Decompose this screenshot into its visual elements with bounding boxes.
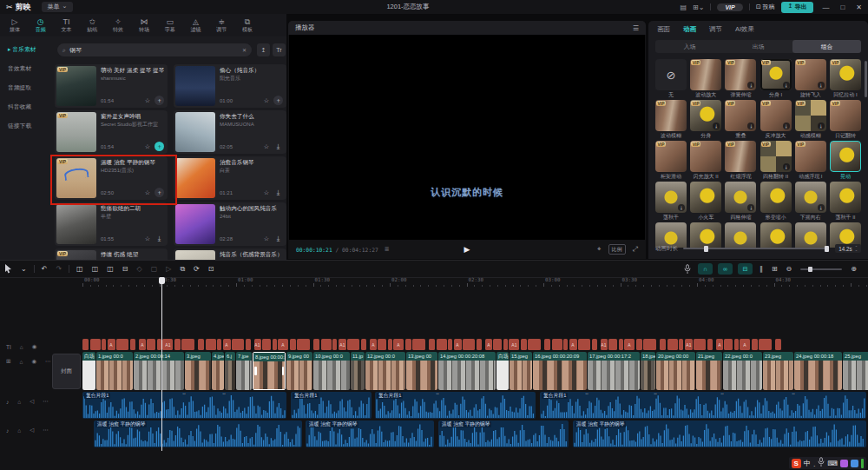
add-music-button[interactable]: ＋ xyxy=(155,188,164,197)
transition-marker[interactable]: ↔ xyxy=(311,390,315,395)
select-tool-caret-icon[interactable]: ⌄ xyxy=(21,265,27,273)
video-clip[interactable]: 10.jpeg 00:0 xyxy=(313,352,350,390)
text-clip[interactable] xyxy=(679,339,683,350)
text-clip[interactable]: A1 xyxy=(254,339,261,350)
video-clip[interactable]: 22.jpeg 00:0 xyxy=(723,352,762,390)
music-item[interactable]: VIP窗外是女声吟唱Secret Studio影视工作室01:54☆＋ xyxy=(55,110,168,154)
timeline-zoom-slider[interactable] xyxy=(800,268,842,270)
tab-字幕[interactable]: ▭字幕 xyxy=(157,14,183,36)
text-clip[interactable] xyxy=(361,339,366,350)
text-clip[interactable] xyxy=(347,339,359,350)
text-clip[interactable]: A xyxy=(370,339,377,350)
download-icon[interactable]: ⤓ xyxy=(273,188,283,197)
audio-clip[interactable]: 温暖 治愈 平静的钢琴 xyxy=(94,420,302,447)
play-button[interactable]: ▶ xyxy=(464,245,470,254)
minimize-button[interactable]: — xyxy=(819,3,832,11)
tab-调节[interactable]: ≑调节 xyxy=(208,14,234,36)
focus-icon[interactable]: ⌖ xyxy=(597,245,602,254)
effect-tile-小火车[interactable]: 小火车 xyxy=(690,182,721,222)
tab-贴纸[interactable]: ✩贴纸 xyxy=(79,14,105,36)
sidebar-item-链接下载[interactable]: 链接下载 xyxy=(0,116,52,136)
text-clip[interactable] xyxy=(116,339,128,350)
text-clip[interactable] xyxy=(321,339,332,350)
text-clip[interactable]: A xyxy=(393,339,404,350)
text-clip[interactable] xyxy=(147,339,155,350)
text-clip[interactable] xyxy=(775,339,781,350)
video-clip[interactable]: 15.jpeg xyxy=(510,352,532,390)
video-clip[interactable]: 3.jpeg xyxy=(185,352,211,390)
text-clip[interactable] xyxy=(198,339,204,350)
timeline-zoom-out-icon[interactable]: ⊖ xyxy=(786,265,792,273)
player-menu-icon[interactable]: ☰ xyxy=(633,24,639,32)
star-icon[interactable]: ☆ xyxy=(145,143,150,150)
text-clip[interactable] xyxy=(157,339,161,350)
text-clip[interactable] xyxy=(578,339,590,350)
sidebar-item-音乐素材[interactable]: ▸ 音乐素材 xyxy=(0,40,52,59)
star-icon[interactable]: ☆ xyxy=(145,235,150,242)
text-clip[interactable] xyxy=(694,339,706,350)
text-clip[interactable] xyxy=(734,339,739,350)
timeline-ruler[interactable]: 00:0000:3001:0001:3002:0002:3003:0003:30… xyxy=(0,277,868,287)
delete-icon[interactable]: ⊟ xyxy=(122,265,128,273)
fold-tracks-icon[interactable]: ⊞ xyxy=(772,265,778,273)
transition-marker[interactable]: ↔ xyxy=(720,390,725,395)
music-item[interactable]: 触动内心的国风纯音乐24bit02:28☆⤓ xyxy=(174,202,286,246)
text-clip[interactable] xyxy=(246,339,251,350)
star-icon[interactable]: ☆ xyxy=(145,97,150,104)
vip-badge[interactable]: VIP xyxy=(717,3,742,11)
text-clip[interactable]: A1 xyxy=(685,339,693,350)
magnet-toggle-icon[interactable]: ∩ xyxy=(698,263,713,275)
duration-slider-thumb[interactable] xyxy=(704,246,708,252)
duration-value[interactable]: 14.2s⌃⌄ xyxy=(835,244,861,253)
text-clip[interactable] xyxy=(477,339,482,350)
video-clip[interactable]: 13.jpeg 00 xyxy=(406,352,437,390)
rotate-icon[interactable]: ⟳ xyxy=(194,265,200,273)
transition-marker[interactable]: ↔ xyxy=(792,390,796,395)
tab-AI效果[interactable]: AI效果 xyxy=(735,25,754,38)
linkage-toggle-icon[interactable]: ∞ xyxy=(718,263,733,275)
split-icon[interactable]: ◫ xyxy=(76,265,83,273)
text-clip[interactable] xyxy=(206,339,216,350)
transition-marker[interactable]: ↔ xyxy=(585,390,589,395)
text-clip[interactable] xyxy=(608,339,617,350)
split-adjust-icon[interactable]: ∥ xyxy=(760,265,763,273)
microphone-icon[interactable] xyxy=(818,457,825,469)
effect-tile-弹簧伸缩[interactable]: VIP⤓弹簧伸缩 xyxy=(725,59,756,99)
transition-marker[interactable]: ↔ xyxy=(654,390,658,395)
text-clip[interactable] xyxy=(724,339,733,350)
stepper-icons[interactable]: ⌃⌄ xyxy=(855,246,858,252)
audio-clip[interactable]: 温暖 治愈 平静的钢琴 xyxy=(438,420,569,447)
tab-模板[interactable]: ⧉模板 xyxy=(234,14,260,36)
music-item[interactable]: 治愈音乐钢琴白茶01:21☆⤓ xyxy=(174,156,286,200)
crop-icon[interactable]: ⊡ xyxy=(208,265,214,273)
tab-音频[interactable]: ◷音频 xyxy=(28,14,54,36)
effect-tile-反冲放大[interactable]: VIP⤓反冲放大 xyxy=(760,100,792,140)
text-clip[interactable] xyxy=(619,339,623,350)
text-clip[interactable] xyxy=(759,339,772,350)
video-clip[interactable]: 14.jpeg 00:00:20:08 xyxy=(438,352,496,390)
device-icon[interactable]: ▤ xyxy=(680,3,687,11)
text-clip[interactable]: A xyxy=(485,339,492,350)
text-clip[interactable]: A xyxy=(139,339,146,350)
preview-axis-toggle-icon[interactable]: ⊟ xyxy=(738,263,753,275)
duration-slider-end-thumb[interactable] xyxy=(825,246,829,252)
export-button[interactable]: ↥ 导出 xyxy=(781,2,814,13)
text-clip[interactable] xyxy=(90,339,101,350)
effect-tile-动感模糊[interactable]: VIP⤓动感模糊 xyxy=(795,100,826,140)
text-clip[interactable] xyxy=(503,339,508,350)
mirror-icon[interactable]: ⧉ xyxy=(180,265,185,274)
split-right-icon[interactable]: ◫ xyxy=(107,265,114,273)
text-clip[interactable] xyxy=(643,339,656,350)
text-clip[interactable]: A1 xyxy=(601,339,608,350)
text-clip[interactable] xyxy=(667,339,678,350)
add-music-button[interactable]: ＋ xyxy=(155,142,164,151)
playhead[interactable] xyxy=(161,277,162,451)
submit-button[interactable]: ⊡ 投稿 xyxy=(756,3,775,11)
video-clip[interactable]: 12.jpeg 00:0 xyxy=(365,352,405,390)
text-clip[interactable] xyxy=(130,339,135,350)
text-clip[interactable]: A xyxy=(278,339,288,350)
tab-滤镜[interactable]: ◬滤镜 xyxy=(183,14,209,36)
text-clip[interactable] xyxy=(448,339,452,350)
video-clip[interactable]: 白场 xyxy=(496,352,509,390)
video-clip[interactable]: 23.jpeg xyxy=(763,352,793,390)
